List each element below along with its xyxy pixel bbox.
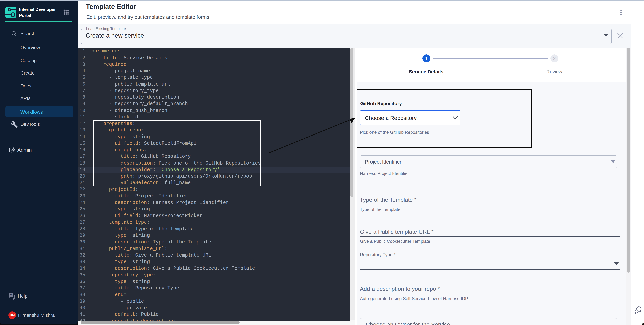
svg-text:?: ?: [10, 294, 12, 297]
